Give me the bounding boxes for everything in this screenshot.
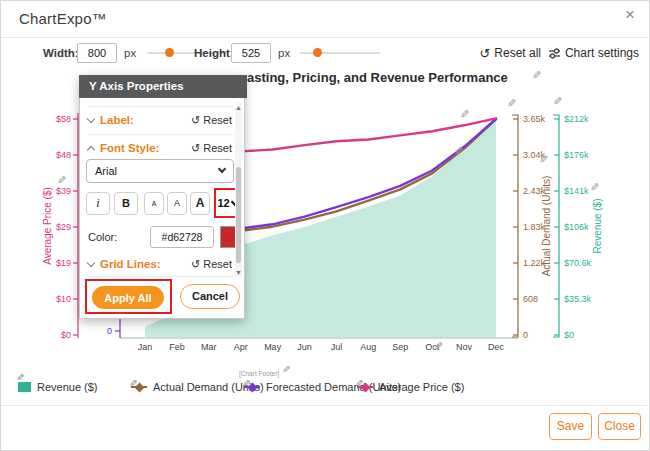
edit-legend-pencil-icon[interactable]: ✎ [129,378,137,389]
svg-text:Sep: Sep [392,342,408,352]
edit-legend-pencil-icon[interactable]: ✎ [16,372,24,383]
price-axis: $58$48$39$29$19$10$0Average Price ($) [42,113,78,340]
revenue-axis: $212k$176k$141k$106k$70.6k$35.3k$0Revenu… [553,114,603,340]
x-axis-labels: JanFebMarAprMayJunJulAugSepOctNovDec [138,342,505,352]
legend-label: Revenue ($) [37,381,98,393]
font-style-section-title: Font Style: [100,142,159,154]
svg-text:$0: $0 [61,330,71,340]
edit-demand-axis-pencil-icon[interactable]: ✎ [507,98,516,109]
reset-icon: ↺ [191,115,200,126]
font-size-value: 12 [217,197,229,209]
svg-text:Apr: Apr [234,342,248,352]
svg-text:$70.6k: $70.6k [564,258,592,268]
legend-swatch [18,382,31,392]
svg-text:$48: $48 [56,150,71,160]
svg-text:$39: $39 [56,186,71,196]
svg-text:Revenue ($): Revenue ($) [592,198,603,253]
chartexpo-dialog: ChartExpo™ × Width: px Height: px ↺ Rese… [0,0,650,451]
font-family-value: Arial [95,165,117,177]
chevron-down-icon [218,165,226,173]
apply-all-button[interactable]: Apply All [92,286,164,309]
svg-text:$106k: $106k [564,222,589,232]
font-style-reset-button[interactable]: ↺Reset [191,142,232,154]
reset-icon: ↺ [191,143,200,154]
svg-text:$58: $58 [56,114,71,124]
svg-text:Jan: Jan [138,342,153,352]
svg-text:May: May [264,342,282,352]
svg-text:Nov: Nov [456,342,473,352]
edit-legend-pencil-icon[interactable]: ✎ [355,378,363,389]
svg-text:$10: $10 [56,294,71,304]
svg-text:$35.3k: $35.3k [564,294,592,304]
edit-series-pencil-icon[interactable]: ✎ [454,146,463,157]
edit-left-axis-pencil-icon[interactable]: ✎ [57,175,66,186]
color-hex-input[interactable] [150,226,214,248]
scroll-up-icon[interactable]: ▲ [235,104,242,111]
font-family-select[interactable]: Arial [86,159,234,183]
y-axis-properties-panel: Y Axis Properties Label: ↺Reset Font Sty… [79,75,245,319]
svg-text:$176k: $176k [564,150,589,160]
collapse-label-chevron-icon[interactable] [87,114,95,122]
edit-axis-label-pencil-icon[interactable]: ✎ [539,154,548,165]
demand-axis: 3.65k3.04k2.43k1.83k1.22k6080Actual Dema… [512,114,552,340]
chart-footer-placeholder: [Chart Footer] [239,370,279,377]
legend-item-average-price[interactable]: ✎ Average Price ($) [357,380,464,394]
color-label: Color: [88,231,117,243]
collapse-grid-lines-chevron-icon[interactable] [87,258,95,266]
panel-title: Y Axis Properties [79,75,247,98]
font-size-medium-button[interactable]: A [167,192,187,215]
scroll-down-icon[interactable]: ▼ [235,269,242,276]
svg-text:Actual Demand (Units): Actual Demand (Units) [541,176,552,277]
svg-text:Jun: Jun [297,342,312,352]
grid-lines-reset-button[interactable]: ↺Reset [191,258,232,270]
legend-line-marker: ✎ [357,386,373,388]
edit-x-axis-pencil-icon[interactable]: ✎ [434,341,443,352]
edit-revenue-axis-pencil-icon[interactable]: ✎ [553,96,562,107]
svg-text:$19: $19 [56,258,71,268]
edit-legend-pencil-icon[interactable]: ✎ [242,378,250,389]
svg-text:Mar: Mar [201,342,217,352]
bold-button[interactable]: B [114,192,138,215]
legend-label: Average Price ($) [379,381,464,393]
svg-text:Feb: Feb [169,342,185,352]
reset-icon: ↺ [191,259,200,270]
grid-lines-section-title: Grid Lines: [100,258,161,270]
italic-button[interactable]: i [86,192,110,215]
edit-series-pencil-icon[interactable]: ✎ [460,109,469,120]
svg-text:$141k: $141k [564,186,589,196]
legend-line-marker: ✎ [244,386,260,388]
legend-item-revenue[interactable]: ✎ Revenue ($) [18,380,98,394]
svg-text:$0: $0 [564,330,574,340]
collapse-font-style-chevron-icon[interactable] [87,145,95,153]
cancel-button[interactable]: Cancel [180,284,240,309]
font-size-large-button[interactable]: A [190,192,210,215]
svg-text:Aug: Aug [360,342,376,352]
edit-title-pencil-icon[interactable]: ✎ [532,70,541,81]
font-size-small-button[interactable]: A [144,192,164,215]
svg-text:0: 0 [107,326,112,336]
label-reset-button[interactable]: ↺Reset [191,114,232,126]
svg-text:$212k: $212k [564,114,589,124]
svg-text:Dec: Dec [488,342,505,352]
label-section-title: Label: [100,114,134,126]
legend-line-marker: ✎ [131,386,147,388]
svg-text:$29: $29 [56,222,71,232]
scrollbar-thumb[interactable] [236,167,241,263]
svg-text:0: 0 [523,330,528,340]
svg-text:3.65k: 3.65k [523,114,546,124]
apply-all-highlight-box: Apply All [85,279,172,314]
svg-text:Jul: Jul [331,342,343,352]
panel-scrollbar[interactable]: ▲ ▼ [235,103,242,277]
svg-text:608: 608 [523,294,538,304]
svg-text:Average Price ($): Average Price ($) [42,187,53,265]
edit-footer-pencil-icon[interactable]: ✎ [282,365,290,375]
edit-axis-label-pencil-icon[interactable]: ✎ [590,182,599,193]
